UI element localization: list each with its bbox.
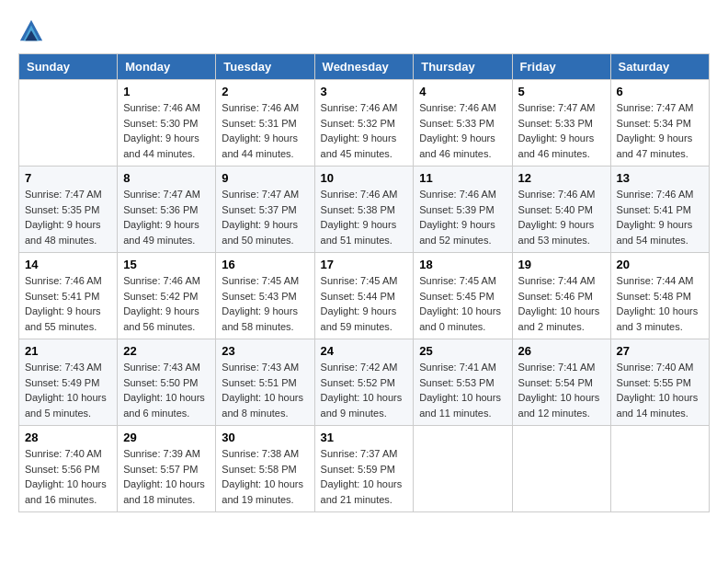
header-day-thursday: Thursday — [414, 54, 512, 80]
day-info: Sunrise: 7:47 AMSunset: 5:35 PMDaylight:… — [25, 187, 111, 247]
day-info: Sunrise: 7:41 AMSunset: 5:53 PMDaylight:… — [419, 360, 506, 420]
day-info: Sunrise: 7:46 AMSunset: 5:31 PMDaylight:… — [222, 100, 308, 161]
header-day-friday: Friday — [512, 54, 610, 80]
calendar-cell: 6Sunrise: 7:47 AMSunset: 5:34 PMDaylight… — [610, 80, 709, 167]
calendar-cell: 23Sunrise: 7:43 AMSunset: 5:51 PMDayligh… — [216, 339, 314, 426]
day-info: Sunrise: 7:46 AMSunset: 5:39 PMDaylight:… — [419, 187, 506, 247]
calendar-cell: 19Sunrise: 7:44 AMSunset: 5:46 PMDayligh… — [512, 253, 610, 339]
day-number: 7 — [25, 171, 111, 185]
day-info: Sunrise: 7:41 AMSunset: 5:54 PMDaylight:… — [518, 360, 605, 420]
calendar-cell: 13Sunrise: 7:46 AMSunset: 5:41 PMDayligh… — [610, 167, 709, 253]
day-info: Sunrise: 7:44 AMSunset: 5:46 PMDaylight:… — [518, 273, 605, 334]
calendar-cell: 12Sunrise: 7:46 AMSunset: 5:40 PMDayligh… — [512, 167, 610, 253]
day-info: Sunrise: 7:43 AMSunset: 5:50 PMDaylight:… — [123, 360, 210, 420]
day-number: 22 — [123, 344, 210, 358]
calendar-cell — [512, 426, 610, 512]
day-number: 19 — [518, 258, 605, 271]
day-info: Sunrise: 7:45 AMSunset: 5:45 PMDaylight:… — [419, 273, 506, 334]
day-number: 11 — [419, 171, 506, 185]
day-info: Sunrise: 7:47 AMSunset: 5:36 PMDaylight:… — [123, 187, 210, 247]
calendar-cell — [19, 80, 118, 167]
day-info: Sunrise: 7:43 AMSunset: 5:49 PMDaylight:… — [25, 360, 111, 420]
calendar-cell: 11Sunrise: 7:46 AMSunset: 5:39 PMDayligh… — [414, 167, 512, 253]
calendar-cell: 5Sunrise: 7:47 AMSunset: 5:33 PMDaylight… — [512, 80, 610, 167]
calendar-cell: 9Sunrise: 7:47 AMSunset: 5:37 PMDaylight… — [216, 167, 314, 253]
header-day-monday: Monday — [118, 54, 216, 80]
day-info: Sunrise: 7:40 AMSunset: 5:56 PMDaylight:… — [25, 446, 111, 507]
day-info: Sunrise: 7:45 AMSunset: 5:43 PMDaylight:… — [222, 273, 308, 334]
day-number: 8 — [123, 171, 210, 185]
calendar-cell — [610, 426, 709, 512]
week-row-1: 7Sunrise: 7:47 AMSunset: 5:35 PMDaylight… — [19, 167, 710, 253]
day-number: 28 — [25, 431, 111, 444]
day-number: 1 — [123, 85, 210, 98]
day-info: Sunrise: 7:46 AMSunset: 5:38 PMDaylight:… — [321, 187, 408, 247]
day-number: 27 — [617, 344, 703, 358]
day-number: 25 — [419, 344, 506, 358]
day-number: 3 — [321, 85, 408, 98]
calendar-cell: 22Sunrise: 7:43 AMSunset: 5:50 PMDayligh… — [118, 339, 216, 426]
day-info: Sunrise: 7:47 AMSunset: 5:37 PMDaylight:… — [222, 187, 308, 247]
day-number: 13 — [617, 171, 703, 185]
header-day-saturday: Saturday — [610, 54, 709, 80]
day-info: Sunrise: 7:46 AMSunset: 5:30 PMDaylight:… — [123, 100, 210, 161]
day-number: 17 — [321, 258, 408, 271]
calendar-cell: 7Sunrise: 7:47 AMSunset: 5:35 PMDaylight… — [19, 167, 118, 253]
day-number: 4 — [419, 85, 506, 98]
calendar-cell — [414, 426, 512, 512]
logo-icon — [18, 18, 44, 44]
day-number: 12 — [518, 171, 605, 185]
day-info: Sunrise: 7:44 AMSunset: 5:48 PMDaylight:… — [617, 273, 703, 334]
day-info: Sunrise: 7:46 AMSunset: 5:41 PMDaylight:… — [25, 273, 111, 334]
logo — [18, 18, 48, 44]
day-info: Sunrise: 7:46 AMSunset: 5:41 PMDaylight:… — [617, 187, 703, 247]
day-info: Sunrise: 7:40 AMSunset: 5:55 PMDaylight:… — [617, 360, 703, 420]
calendar-cell: 3Sunrise: 7:46 AMSunset: 5:32 PMDaylight… — [314, 80, 414, 167]
calendar-cell: 10Sunrise: 7:46 AMSunset: 5:38 PMDayligh… — [314, 167, 414, 253]
day-info: Sunrise: 7:38 AMSunset: 5:58 PMDaylight:… — [222, 446, 308, 507]
day-info: Sunrise: 7:42 AMSunset: 5:52 PMDaylight:… — [321, 360, 408, 420]
day-info: Sunrise: 7:46 AMSunset: 5:33 PMDaylight:… — [419, 100, 506, 161]
day-number: 21 — [25, 344, 111, 358]
calendar-cell: 14Sunrise: 7:46 AMSunset: 5:41 PMDayligh… — [19, 253, 118, 339]
day-number: 23 — [222, 344, 308, 358]
day-info: Sunrise: 7:39 AMSunset: 5:57 PMDaylight:… — [123, 446, 210, 507]
calendar-cell: 20Sunrise: 7:44 AMSunset: 5:48 PMDayligh… — [610, 253, 709, 339]
page: SundayMondayTuesdayWednesdayThursdayFrid… — [0, 0, 728, 522]
calendar-table: SundayMondayTuesdayWednesdayThursdayFrid… — [18, 53, 710, 512]
day-number: 5 — [518, 85, 605, 98]
header-day-sunday: Sunday — [19, 54, 118, 80]
day-number: 2 — [222, 85, 308, 98]
day-number: 18 — [419, 258, 506, 271]
calendar-cell: 15Sunrise: 7:46 AMSunset: 5:42 PMDayligh… — [118, 253, 216, 339]
day-number: 6 — [617, 85, 703, 98]
day-info: Sunrise: 7:47 AMSunset: 5:33 PMDaylight:… — [518, 100, 605, 161]
calendar-cell: 18Sunrise: 7:45 AMSunset: 5:45 PMDayligh… — [414, 253, 512, 339]
calendar-cell: 25Sunrise: 7:41 AMSunset: 5:53 PMDayligh… — [414, 339, 512, 426]
day-number: 9 — [222, 171, 308, 185]
calendar-cell: 16Sunrise: 7:45 AMSunset: 5:43 PMDayligh… — [216, 253, 314, 339]
day-info: Sunrise: 7:46 AMSunset: 5:40 PMDaylight:… — [518, 187, 605, 247]
calendar-cell: 21Sunrise: 7:43 AMSunset: 5:49 PMDayligh… — [19, 339, 118, 426]
day-info: Sunrise: 7:47 AMSunset: 5:34 PMDaylight:… — [617, 100, 703, 161]
day-number: 15 — [123, 258, 210, 271]
day-number: 30 — [222, 431, 308, 444]
week-row-3: 21Sunrise: 7:43 AMSunset: 5:49 PMDayligh… — [19, 339, 710, 426]
calendar-cell: 28Sunrise: 7:40 AMSunset: 5:56 PMDayligh… — [19, 426, 118, 512]
day-number: 24 — [321, 344, 408, 358]
day-info: Sunrise: 7:46 AMSunset: 5:42 PMDaylight:… — [123, 273, 210, 334]
calendar-cell: 29Sunrise: 7:39 AMSunset: 5:57 PMDayligh… — [118, 426, 216, 512]
header-row: SundayMondayTuesdayWednesdayThursdayFrid… — [19, 54, 710, 80]
day-number: 16 — [222, 258, 308, 271]
day-number: 26 — [518, 344, 605, 358]
week-row-0: 1Sunrise: 7:46 AMSunset: 5:30 PMDaylight… — [19, 80, 710, 167]
day-info: Sunrise: 7:46 AMSunset: 5:32 PMDaylight:… — [321, 100, 408, 161]
header-day-tuesday: Tuesday — [216, 54, 314, 80]
day-number: 29 — [123, 431, 210, 444]
calendar-cell: 30Sunrise: 7:38 AMSunset: 5:58 PMDayligh… — [216, 426, 314, 512]
day-info: Sunrise: 7:43 AMSunset: 5:51 PMDaylight:… — [222, 360, 308, 420]
calendar-cell: 1Sunrise: 7:46 AMSunset: 5:30 PMDaylight… — [118, 80, 216, 167]
calendar-cell: 8Sunrise: 7:47 AMSunset: 5:36 PMDaylight… — [118, 167, 216, 253]
calendar-cell: 26Sunrise: 7:41 AMSunset: 5:54 PMDayligh… — [512, 339, 610, 426]
calendar-cell: 31Sunrise: 7:37 AMSunset: 5:59 PMDayligh… — [314, 426, 414, 512]
